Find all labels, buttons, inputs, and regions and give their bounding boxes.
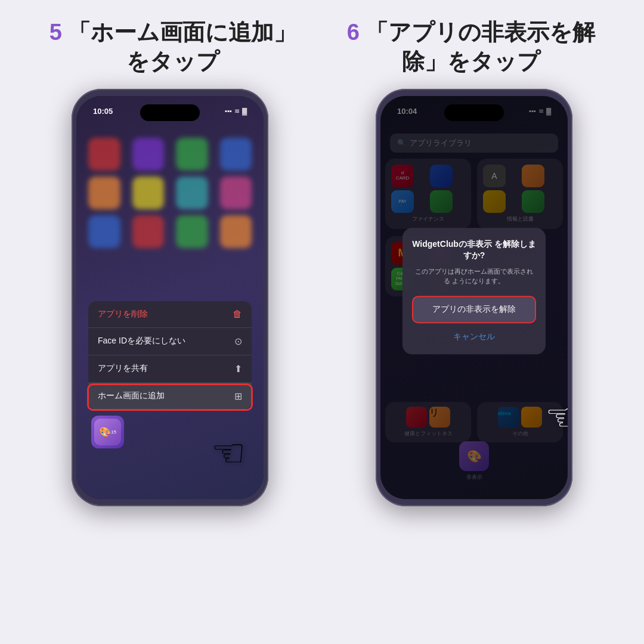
unhide-dialog: WidgetClubの非表示 を解除しますか? このアプリは再びホーム画面で表示…	[402, 228, 546, 354]
step6-header: 6 「アプリの非表示を解除」をタップ	[337, 18, 605, 77]
dialog-title: WidgetClubの非表示 を解除しますか?	[412, 239, 536, 262]
phone2-wrapper: 10:04 ▪▪▪ ≋ ▓ 🔍 アプリライブラリ	[376, 89, 572, 506]
header-row: 5 「ホーム画面に追加」をタップ 6 「アプリの非表示を解除」をタップ	[0, 0, 644, 89]
step5-title: 5 「ホーム画面に追加」をタップ	[39, 18, 307, 77]
page: 5 「ホーム画面に追加」をタップ 6 「アプリの非表示を解除」をタップ 10:0…	[0, 0, 644, 644]
unhide-button[interactable]: アプリの非表示を解除	[412, 296, 536, 323]
context-item-share[interactable]: アプリを共有 ⬆	[88, 355, 252, 383]
blurred-row-1	[76, 138, 264, 171]
add-home-icon: ⊞	[234, 391, 242, 402]
blurred-row-2	[76, 177, 264, 209]
dialog-description: このアプリは再びホーム画面で表示される ようになります。	[412, 267, 536, 286]
phone1-status-icons: ▪▪▪ ≋ ▓	[225, 107, 247, 115]
phone1-screen: 10:05 ▪▪▪ ≋ ▓	[76, 96, 264, 499]
faceid-icon: ⊙	[234, 336, 242, 347]
blurred-app-2	[132, 138, 165, 171]
widgetclub-icon-inner: 🎨 15	[94, 419, 121, 445]
step6-title: 6 「アプリの非表示を解除」をタップ	[337, 18, 605, 77]
hand-cursor-1: ☜	[211, 431, 246, 475]
context-item-add-home-label: ホーム画面に追加	[98, 391, 165, 401]
blurred-app-11	[176, 215, 208, 248]
blurred-app-10	[132, 215, 165, 248]
phone2-screen: 10:04 ▪▪▪ ≋ ▓ 🔍 アプリライブラリ	[380, 96, 568, 499]
cancel-button[interactable]: キャンセル	[412, 324, 536, 349]
blurred-app-4	[220, 138, 252, 171]
blurred-app-8	[220, 177, 252, 209]
widgetclub-app-icon: 🎨 15	[91, 416, 124, 448]
phone1-wifi-icon: ≋	[234, 107, 240, 115]
context-item-share-label: アプリを共有	[98, 363, 148, 374]
step5-number: 5	[49, 20, 62, 45]
blurred-app-12	[220, 215, 252, 248]
context-item-add-home[interactable]: ホーム画面に追加 ⊞	[88, 383, 252, 410]
phone1-battery-icon: ▓	[242, 107, 247, 114]
blurred-app-6	[132, 177, 165, 209]
phone1-frame: 10:05 ▪▪▪ ≋ ▓	[72, 89, 268, 506]
context-item-delete[interactable]: アプリを削除 🗑	[88, 301, 252, 328]
blurred-app-7	[176, 177, 208, 209]
step5-header: 5 「ホーム画面に追加」をタップ	[39, 18, 307, 77]
blurred-row-3	[76, 215, 264, 248]
share-icon: ⬆	[234, 363, 242, 374]
blurred-app-1	[88, 138, 120, 171]
context-menu: アプリを削除 🗑 Face IDを必要にしない ⊙ アプリを共有 ⬆ ホー	[88, 301, 252, 410]
cancel-button-label: キャンセル	[453, 332, 495, 341]
context-item-faceid-label: Face IDを必要にしない	[98, 336, 185, 346]
blurred-app-3	[176, 138, 208, 171]
step6-number: 6	[347, 20, 360, 45]
trash-icon: 🗑	[233, 309, 242, 320]
phone1-status-bar: 10:05 ▪▪▪ ≋ ▓	[76, 107, 264, 116]
phones-row: 10:05 ▪▪▪ ≋ ▓	[0, 89, 644, 644]
phone1-signal-icon: ▪▪▪	[225, 107, 232, 114]
context-item-delete-label: アプリを削除	[98, 309, 148, 320]
blurred-app-5	[88, 177, 120, 209]
unhide-button-label: アプリの非表示を解除	[432, 304, 516, 314]
blurred-app-9	[88, 215, 120, 248]
phone1-wrapper: 10:05 ▪▪▪ ≋ ▓	[72, 89, 268, 506]
hand-cursor-2: ☜	[545, 395, 568, 439]
phone1-time: 10:05	[93, 107, 113, 116]
context-item-faceid[interactable]: Face IDを必要にしない ⊙	[88, 328, 252, 355]
phone2-frame: 10:04 ▪▪▪ ≋ ▓ 🔍 アプリライブラリ	[376, 89, 572, 506]
